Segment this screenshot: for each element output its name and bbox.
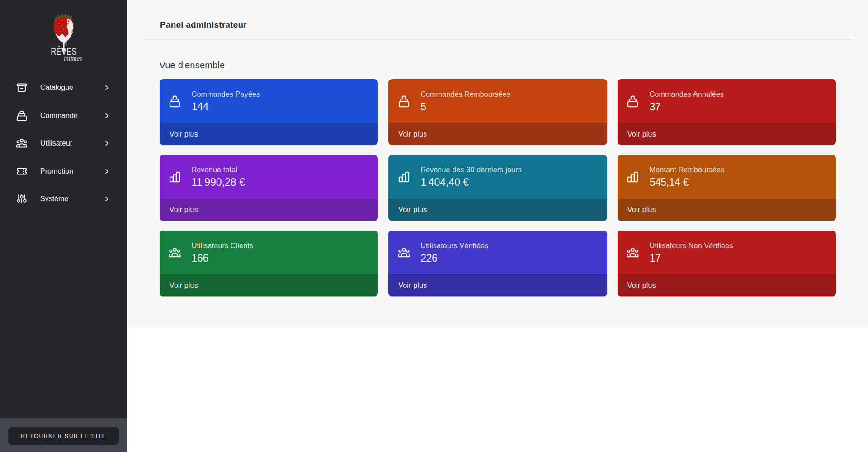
svg-text:intimes: intimes [64, 54, 82, 62]
